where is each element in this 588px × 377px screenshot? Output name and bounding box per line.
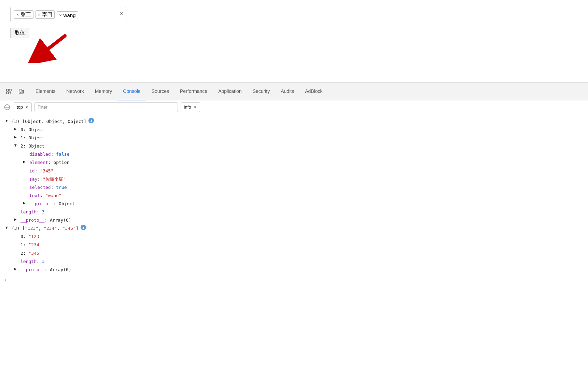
clear-console-icon[interactable]: [3, 103, 11, 111]
entry2-proto-array[interactable]: __proto__ : Array(0): [0, 266, 588, 274]
entry1-proto-array[interactable]: __proto__ : Array(0): [0, 216, 588, 224]
toggle-entry-2[interactable]: [5, 225, 10, 231]
inspect-element-icon[interactable]: [3, 85, 15, 98]
filter-input[interactable]: [34, 102, 178, 112]
toggle-proto-object[interactable]: [23, 200, 28, 207]
info-badge-2: i: [81, 225, 86, 230]
tab-memory[interactable]: Memory: [89, 83, 118, 100]
console-entry-1-item0[interactable]: 0: Object: [0, 126, 588, 134]
value-button[interactable]: 取值: [10, 28, 29, 38]
toggle-prop-element[interactable]: [23, 159, 28, 165]
console-input[interactable]: [10, 278, 584, 283]
svg-rect-3: [6, 92, 9, 94]
console-entry-1-header[interactable]: (3) [Object, Object, Object] i: [0, 117, 588, 126]
devtools-toolbar: top ▼ Info ▼: [0, 100, 588, 114]
svg-rect-4: [9, 89, 11, 91]
tag-wang[interactable]: × wang: [57, 11, 78, 19]
toggle-entry1-proto[interactable]: [14, 217, 19, 223]
tag-input-box[interactable]: × 张三 × 李四 × × wang: [10, 7, 126, 22]
entry2-item2: 2: "345": [0, 249, 588, 257]
svg-rect-8: [22, 90, 24, 93]
devtools-tabs-bar: Elements Network Memory Console Sources …: [0, 83, 588, 100]
entry2-length: length : 3: [0, 257, 588, 266]
context-select[interactable]: top ▼: [14, 102, 32, 112]
tab-security[interactable]: Security: [247, 83, 276, 100]
info-badge-1: i: [88, 118, 94, 123]
level-select-chevron: ▼: [193, 105, 197, 109]
tab-performance[interactable]: Performance: [174, 83, 213, 100]
tag-zhangsan-label: 张三: [21, 11, 31, 18]
svg-line-1: [38, 36, 65, 57]
tab-audits[interactable]: Audits: [275, 83, 299, 100]
toggle-entry-1[interactable]: [5, 118, 10, 124]
tag-wang-remove[interactable]: ×: [59, 13, 62, 18]
tag-lisi-label: 李四: [42, 11, 52, 18]
tab-console[interactable]: Console: [117, 83, 146, 100]
tag-zhangsan[interactable]: × 张三: [14, 10, 33, 19]
device-toggle-icon[interactable]: [15, 85, 27, 98]
prop-element[interactable]: element : option: [0, 158, 588, 167]
toggle-item2[interactable]: [14, 142, 19, 149]
prop-say: say : "你懂个屁": [0, 175, 588, 183]
level-select[interactable]: Info ▼: [181, 102, 200, 112]
console-output: (3) [Object, Object, Object] i 0: Object…: [0, 114, 588, 319]
arrow-annotation: [27, 32, 72, 63]
clear-all-button[interactable]: ×: [120, 10, 123, 17]
console-entry-1-item2[interactable]: 2: Object: [0, 142, 588, 150]
console-entry-2-header[interactable]: (3) ["123", "234", "345"] i: [0, 224, 588, 233]
prop-disabled: disabled : false: [0, 150, 588, 158]
tag-lisi-remove[interactable]: ×: [38, 12, 41, 17]
entry1-length: length : 3: [0, 208, 588, 216]
entry2-item0: 0: "123": [0, 233, 588, 241]
prop-id: id : "345": [0, 167, 588, 175]
toggle-item0[interactable]: [14, 126, 19, 132]
toggle-item1[interactable]: [14, 134, 19, 141]
entry2-item1: 1: "234": [0, 241, 588, 249]
prop-selected: selected : true: [0, 183, 588, 192]
tag-wang-label: wang: [64, 12, 76, 18]
tab-elements[interactable]: Elements: [30, 83, 61, 100]
prop-text: text : "wang": [0, 192, 588, 200]
prompt-caret-icon: ›: [4, 276, 7, 284]
tab-network[interactable]: Network: [61, 83, 89, 100]
console-prompt[interactable]: ›: [0, 274, 588, 287]
tab-adblock[interactable]: AdBlock: [299, 83, 328, 100]
page-area: × 张三 × 李四 × × wang 取值: [0, 0, 588, 82]
context-select-chevron: ▼: [25, 105, 29, 109]
tab-sources[interactable]: Sources: [146, 83, 174, 100]
tag-zhangsan-remove[interactable]: ×: [16, 12, 19, 17]
prop-proto-object[interactable]: __proto__ : Object: [0, 200, 588, 208]
toggle-entry2-proto[interactable]: [14, 266, 19, 273]
devtools-panel: Elements Network Memory Console Sources …: [0, 82, 588, 319]
tab-application[interactable]: Application: [213, 83, 247, 100]
tag-lisi[interactable]: × 李四: [36, 10, 55, 19]
console-entry-1-item1[interactable]: 1: Object: [0, 134, 588, 142]
svg-rect-2: [6, 89, 9, 91]
